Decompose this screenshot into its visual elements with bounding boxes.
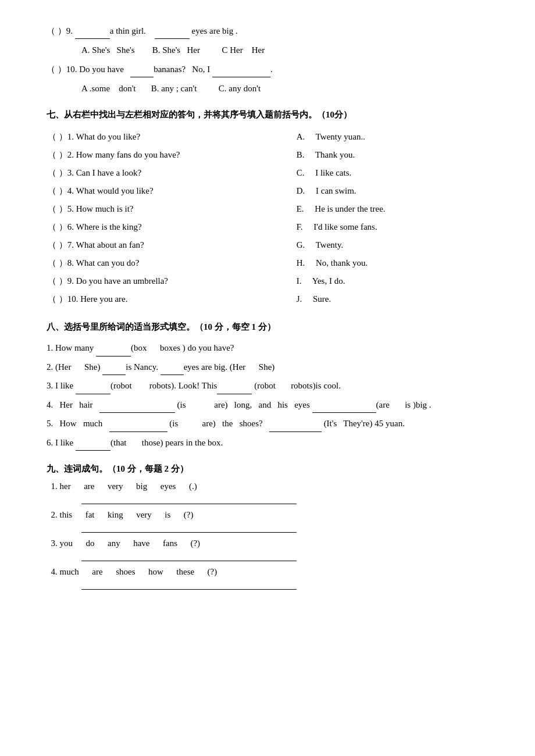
matching-left-1: （ ）1. What do you like? <box>48 129 295 145</box>
matching-row-2: （ ）2. How many fans do you have? B. Than… <box>48 147 499 163</box>
q10-text: （ ）10. Do you have bananas? No, I . <box>47 65 273 74</box>
q10-options: A .some don't B. any ; can't C. any don'… <box>81 81 500 97</box>
matching-left-2: （ ）2. How many fans do you have? <box>48 147 295 163</box>
matching-row-1: （ ）1. What do you like? A. Twenty yuan.. <box>48 129 499 145</box>
s8-q1: 1. How many (box boxes ) do you have? <box>47 340 500 356</box>
matching-right-4: D. I can swim. <box>297 183 499 199</box>
matching-row-9: （ ）9. Do you have an umbrella? I. Yes, I… <box>48 273 499 290</box>
matching-left-8: （ ）8. What can you do? <box>48 255 295 272</box>
matching-right-1: A. Twenty yuan.. <box>297 129 499 145</box>
matching-left-7: （ ）7. What about an fan? <box>48 237 295 254</box>
s9-q1-words: 1. her are very big eyes (.) <box>47 482 500 491</box>
s9-q1-line <box>81 493 297 504</box>
matching-row-5: （ ）5. How much is it? E. He is under the… <box>48 201 499 217</box>
matching-right-9: I. Yes, I do. <box>297 273 499 290</box>
matching-row-3: （ ）3. Can I have a look? C. I like cats. <box>48 165 499 181</box>
section-eight-title: 八、选括号里所给词的适当形式填空。（10 分，每空 1 分） <box>47 319 500 335</box>
s8-q4: 4. Her hair (is are) long, and his eyes … <box>47 397 500 413</box>
s8-q6: 6. I like (that those) pears in the box. <box>47 434 500 451</box>
section-seven-title: 七、从右栏中找出与左栏相对应的答句，并将其序号填入题前括号内。（10分） <box>47 107 500 123</box>
s9-q2-words: 2. this fat king very is (?) <box>47 510 500 520</box>
section-seven: 七、从右栏中找出与左栏相对应的答句，并将其序号填入题前括号内。（10分） （ ）… <box>47 107 500 309</box>
section-nine: 九、连词成句。（10 分，每题 2 分） 1. her are very big… <box>47 461 500 590</box>
s8-q3: 3. I like (robot robots). Look! This (ro… <box>47 377 500 394</box>
s9-q4-line <box>81 578 297 590</box>
matching-right-3: C. I like cats. <box>297 165 499 181</box>
matching-left-4: （ ）4. What would you like? <box>48 183 295 199</box>
s9-q4-words: 4. much are shoes how these (?) <box>47 567 500 577</box>
matching-table: （ ）1. What do you like? A. Twenty yuan..… <box>47 127 500 309</box>
q9-options-text: A. She's She's B. She's Her C Her Her <box>81 45 265 55</box>
q10-options-text: A .some don't B. any ; can't C. any don'… <box>81 84 261 93</box>
matching-row-10: （ ）10. Here you are. J. Sure. <box>48 291 499 308</box>
q9-line: （ ）9. a thin girl. eyes are big . <box>47 23 500 39</box>
matching-row-8: （ ）8. What can you do? H. No, thank you. <box>48 255 499 272</box>
s9-q2-line <box>81 521 297 533</box>
s8-q5: 5. How much (is are) the shoes? (It's Th… <box>47 415 500 432</box>
q9-text: （ ）9. a thin girl. eyes are big . <box>47 26 238 35</box>
matching-left-5: （ ）5. How much is it? <box>48 201 295 217</box>
matching-left-6: （ ）6. Where is the king? <box>48 219 295 236</box>
matching-right-10: J. Sure. <box>297 291 499 308</box>
matching-left-3: （ ）3. Can I have a look? <box>48 165 295 181</box>
matching-right-5: E. He is under the tree. <box>297 201 499 217</box>
matching-right-6: F. I'd like some fans. <box>297 219 499 236</box>
matching-right-7: G. Twenty. <box>297 237 499 254</box>
matching-row-7: （ ）7. What about an fan? G. Twenty. <box>48 237 499 254</box>
matching-left-10: （ ）10. Here you are. <box>48 291 295 308</box>
section-eight: 八、选括号里所给词的适当形式填空。（10 分，每空 1 分） 1. How ma… <box>47 319 500 451</box>
matching-row-4: （ ）4. What would you like? D. I can swim… <box>48 183 499 199</box>
q10-line: （ ）10. Do you have bananas? No, I . <box>47 62 500 77</box>
q9-options: A. She's She's B. She's Her C Her Her <box>81 42 500 58</box>
s8-q2: 2. (Her She) is Nancy. eyes are big. (He… <box>47 359 500 376</box>
q9-q10-section: （ ）9. a thin girl. eyes are big . A. She… <box>47 23 500 97</box>
matching-right-2: B. Thank you. <box>297 147 499 163</box>
matching-row-6: （ ）6. Where is the king? F. I'd like som… <box>48 219 499 236</box>
s9-q3-line <box>81 550 297 561</box>
matching-left-9: （ ）9. Do you have an umbrella? <box>48 273 295 290</box>
section-nine-title: 九、连词成句。（10 分，每题 2 分） <box>47 461 500 477</box>
matching-right-8: H. No, thank you. <box>297 255 499 272</box>
s9-q3-words: 3. you do any have fans (?) <box>47 539 500 548</box>
